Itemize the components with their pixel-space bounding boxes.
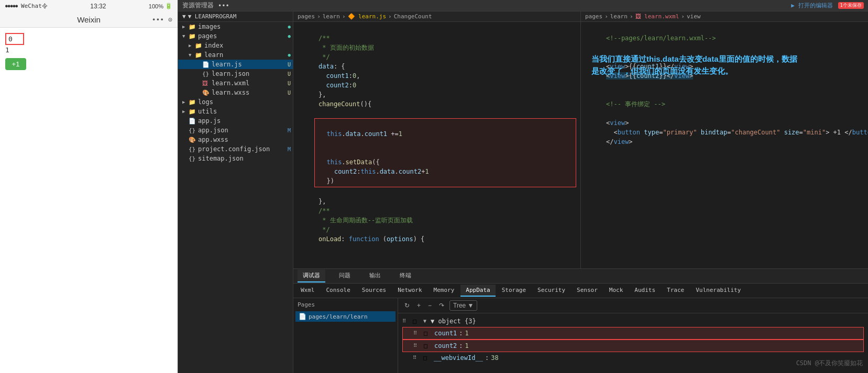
r-breadcrumb-learn: learn xyxy=(610,13,628,20)
tab-output[interactable]: 输出 xyxy=(364,269,386,282)
tree-item-learn-wxml[interactable]: 🖼 learn.wxml U xyxy=(178,78,293,88)
tab-appdata[interactable]: AppData xyxy=(460,285,495,297)
learn-wxss-badge: U xyxy=(288,90,291,96)
phone-simulator: ●●●●● WeChat令 13:32 100% 🔋 Weixin ••• ⊙ … xyxy=(0,0,178,373)
root-expand[interactable]: ▼ xyxy=(423,317,428,326)
unsaved-badge: 1个未保存 xyxy=(838,2,864,9)
tree-item-learn[interactable]: ▼ 📁 learn ● xyxy=(178,50,293,60)
fold-index: ▶ xyxy=(189,43,195,48)
checkbox-placeholder: □ xyxy=(413,317,421,326)
fold-logs: ▶ xyxy=(182,99,189,105)
camera-icon[interactable]: ⊙ xyxy=(168,16,172,24)
appjs-icon: 📄 xyxy=(189,118,197,125)
tab-debugger[interactable]: 调试器 xyxy=(298,269,325,282)
tab-wxml[interactable]: Wxml xyxy=(295,285,320,297)
phone-title-bar: Weixin ••• ⊙ xyxy=(0,12,178,28)
tree-item-utils[interactable]: ▶ 📁 utils xyxy=(178,107,293,116)
more-icon[interactable]: ••• xyxy=(152,16,164,24)
utils-label: utils xyxy=(198,108,293,115)
file-explorer: ▼ ▼ LEARNPROGRAM ▶ 📁 images ● ▼ 📁 pages … xyxy=(178,12,293,373)
learnprogram-section[interactable]: ▼ ▼ LEARNPROGRAM xyxy=(178,12,293,22)
count1-key: count1 xyxy=(434,329,457,338)
learn-js-label: learn.js xyxy=(212,61,288,68)
tree-item-app-wxss[interactable]: 🎨 app.wxss xyxy=(178,135,293,144)
phone-status-bar: ●●●●● WeChat令 13:32 100% 🔋 xyxy=(0,0,178,12)
index-label: index xyxy=(204,42,293,49)
images-badge: ● xyxy=(288,24,291,29)
tab-sources[interactable]: Sources xyxy=(357,285,391,297)
tree-item-app-json[interactable]: {} app.json M xyxy=(178,126,293,135)
tab-audits[interactable]: Audits xyxy=(629,285,661,297)
tab-storage[interactable]: Storage xyxy=(497,285,531,297)
page-item-learn[interactable]: 📄 pages/learn/learn xyxy=(295,311,395,322)
phone-title-icons[interactable]: ••• ⊙ xyxy=(152,16,172,24)
count1-value[interactable]: 1 xyxy=(465,329,469,338)
count2-value[interactable]: 1 xyxy=(465,341,469,351)
tab-terminal[interactable]: 终端 xyxy=(394,269,416,282)
tree-item-sitemap[interactable]: {} sitemap.json xyxy=(178,154,293,163)
tab-security[interactable]: Security xyxy=(532,285,570,297)
pages-label: pages xyxy=(198,32,288,40)
tab-problems[interactable]: 问题 xyxy=(334,269,356,282)
view-mode-button[interactable]: Tree ▼ xyxy=(449,300,477,311)
tree-item-images[interactable]: ▶ 📁 images ● xyxy=(178,22,293,31)
signal-dots: ●●●●● xyxy=(5,4,18,8)
folder-icon: 📁 xyxy=(195,52,203,59)
section-label: ▼ LEARNPROGRAM xyxy=(188,13,237,20)
tree-item-index[interactable]: ▶ 📁 index xyxy=(178,41,293,50)
webviewid-value[interactable]: 38 xyxy=(491,353,498,363)
tree-item-learn-json[interactable]: {} learn.json U xyxy=(178,69,293,78)
phone-time: 13:32 xyxy=(90,3,106,10)
breadcrumb-learn: learn xyxy=(323,13,340,20)
redo-button[interactable]: ↷ xyxy=(437,301,446,310)
images-label: images xyxy=(198,23,288,30)
pages-panel: Pages 📄 pages/learn/learn xyxy=(293,298,398,373)
tree-item-logs[interactable]: ▶ 📁 logs xyxy=(178,97,293,107)
count2-key: count2 xyxy=(434,341,457,351)
tree-row-webviewid[interactable]: ⠿ □ __webviewId__ : 38 xyxy=(402,352,864,364)
increment-button[interactable]: +1 xyxy=(5,58,26,70)
tree-row-count1[interactable]: ⠿ □ count1 : 1 xyxy=(402,327,864,340)
left-breadcrumb: pages › learn › 🔶 learn.js › ChangeCount xyxy=(293,12,580,22)
annotation-text: 当我们直接通过this.data去改变data里面的值的时候，数据是改变了，但我… xyxy=(591,53,801,77)
tree-row-count2[interactable]: ⠿ □ count2 : 1 xyxy=(402,340,864,352)
refresh-button[interactable]: ↻ xyxy=(402,301,412,310)
learn-json-label: learn.json xyxy=(212,70,288,77)
add-button[interactable]: + xyxy=(415,301,423,310)
tree-root[interactable]: ⠿ □ ▼ ▼ object {3} xyxy=(402,315,864,327)
tab-mock[interactable]: Mock xyxy=(604,285,629,297)
drag-handle: ⠿ xyxy=(413,353,421,363)
open-editor-label[interactable]: ▶ 打开的编辑器 xyxy=(791,2,832,9)
breadcrumb-text: pages xyxy=(298,13,315,20)
count1-display: 1 xyxy=(5,46,172,54)
tree-item-pages[interactable]: ▼ 📁 pages ● xyxy=(178,31,293,41)
resource-mgr-more[interactable]: ••• xyxy=(218,2,229,9)
r-breadcrumb-wxml: 🖼 learn.wxml xyxy=(635,13,679,20)
tree-item-learn-wxss[interactable]: 🎨 learn.wxss U xyxy=(178,88,293,97)
project-config-label: project.config.json xyxy=(198,145,288,153)
tab-memory[interactable]: Memory xyxy=(428,285,460,297)
colon: : xyxy=(459,341,463,351)
left-code-pane: pages › learn › 🔶 learn.js › ChangeCount… xyxy=(293,12,580,268)
colon: : xyxy=(485,353,489,363)
devtools-top-tabs: 调试器 问题 输出 终端 xyxy=(293,269,868,284)
tab-sensor[interactable]: Sensor xyxy=(572,285,603,297)
folder-icon: 📁 xyxy=(189,99,197,106)
left-code-content[interactable]: /** * 页面的初始数据 */ data: { count1:0, count… xyxy=(314,22,580,255)
tab-network[interactable]: Network xyxy=(392,285,427,297)
tab-vulnerability[interactable]: Vulnerability xyxy=(690,285,746,297)
section-arrow: ▼ xyxy=(182,13,186,20)
tab-trace[interactable]: Trace xyxy=(662,285,689,297)
resource-mgr-title: 资源管理器 xyxy=(182,1,214,10)
remove-button[interactable]: − xyxy=(426,301,434,310)
editor-split: pages › learn › 🔶 learn.js › ChangeCount… xyxy=(293,12,868,268)
tab-console[interactable]: Console xyxy=(321,285,356,297)
drag-handle: ⠿ xyxy=(413,329,422,338)
tree-item-learn-js[interactable]: 📄 learn.js U xyxy=(178,60,293,69)
tree-item-app-js[interactable]: 📄 app.js xyxy=(178,116,293,126)
page-icon: 📄 xyxy=(299,313,306,320)
battery-icon: 🔋 xyxy=(165,3,172,9)
tree-item-project-config[interactable]: {} project.config.json M xyxy=(178,144,293,154)
appdata-toolbar: ↻ + − ↷ Tree ▼ xyxy=(398,298,868,313)
right-code-content[interactable]: <!--pages/learn/learn.wxml--> <view>{{co… xyxy=(602,22,868,158)
